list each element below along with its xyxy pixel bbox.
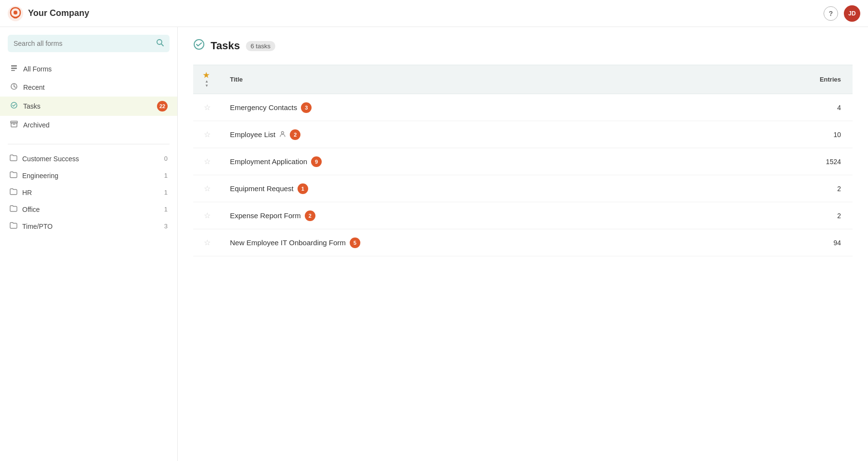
form-count-badge: 1 <box>298 183 308 194</box>
th-title-label: Title <box>230 76 243 83</box>
folder-label-customer-success: Customer Success <box>22 155 159 163</box>
th-entries-label: Entries <box>820 76 841 83</box>
star-button[interactable]: ☆ <box>203 102 212 113</box>
folder-label-time-pto: Time/PTO <box>22 223 159 230</box>
search-input[interactable] <box>14 40 152 47</box>
folder-count-office: 1 <box>164 206 168 213</box>
form-count-badge: 2 <box>305 210 315 221</box>
tasks-icon <box>10 101 18 111</box>
star-cell: ☆ <box>193 175 222 202</box>
star-sort-icon: ★ <box>203 71 209 79</box>
table-row: ☆Employment Application91524 <box>193 148 853 175</box>
star-button[interactable]: ☆ <box>203 183 212 194</box>
recent-icon <box>10 83 18 92</box>
sidebar-item-all-forms[interactable]: All Forms <box>0 60 177 78</box>
entries-cell: 94 <box>804 229 853 256</box>
svg-rect-5 <box>11 68 17 69</box>
folder-item-customer-success[interactable]: Customer Success 0 <box>0 150 177 167</box>
table-row: ☆Emergency Contacts34 <box>193 94 853 121</box>
form-title-wrapper: Equipment Request1 <box>230 183 797 194</box>
table-row: ☆Equipment Request12 <box>193 175 853 202</box>
header-left: Your Company <box>8 6 89 21</box>
main-content: Tasks 6 tasks ★ ▲▼ Title Entries <box>178 27 868 461</box>
form-name[interactable]: Employee List <box>230 130 275 139</box>
folder-icon-hr <box>10 188 17 196</box>
folder-item-time-pto[interactable]: Time/PTO 3 <box>0 218 177 235</box>
svg-line-3 <box>161 44 163 46</box>
form-count-badge: 9 <box>311 156 322 167</box>
svg-point-13 <box>282 132 284 134</box>
help-button[interactable]: ? <box>824 6 838 21</box>
folder-item-hr[interactable]: HR 1 <box>0 184 177 201</box>
table-row: ☆Expense Report Form22 <box>193 202 853 229</box>
form-name[interactable]: Emergency Contacts <box>230 103 297 112</box>
form-name[interactable]: Expense Report Form <box>230 211 301 220</box>
sidebar-item-tasks[interactable]: Tasks 22 <box>0 97 177 116</box>
task-count-badge: 6 tasks <box>246 41 275 51</box>
star-cell: ☆ <box>193 94 222 121</box>
folder-label-hr: HR <box>22 189 159 196</box>
th-title[interactable]: Title <box>222 65 804 94</box>
search-container <box>0 35 177 60</box>
main-layout: All Forms Recent Tasks 22 Archived <box>0 27 868 461</box>
folder-icon-time-pto <box>10 222 17 230</box>
form-count-badge: 3 <box>301 102 312 113</box>
svg-rect-4 <box>11 65 17 67</box>
sidebar-item-archived[interactable]: Archived <box>0 116 177 134</box>
search-box[interactable] <box>8 35 170 52</box>
form-title-wrapper: Employment Application9 <box>230 156 797 167</box>
search-icon <box>156 39 164 48</box>
form-title-wrapper: New Employee IT Onboarding Form5 <box>230 237 797 248</box>
title-cell: Equipment Request1 <box>222 175 804 202</box>
folder-icon-office <box>10 205 17 213</box>
form-title-wrapper: Expense Report Form2 <box>230 210 797 221</box>
folder-icon-engineering <box>10 171 17 180</box>
folder-count-time-pto: 3 <box>164 223 168 230</box>
form-title-wrapper: Emergency Contacts3 <box>230 102 797 113</box>
title-cell: Employee List2 <box>222 121 804 148</box>
folder-count-hr: 1 <box>164 189 168 196</box>
form-name[interactable]: Equipment Request <box>230 184 294 193</box>
folder-item-office[interactable]: Office 1 <box>0 201 177 218</box>
table-row: ☆New Employee IT Onboarding Form594 <box>193 229 853 256</box>
app-logo-icon <box>8 6 23 21</box>
folder-count-customer-success: 0 <box>164 155 168 162</box>
folder-icon-customer-success <box>10 154 17 163</box>
main-nav: All Forms Recent Tasks 22 Archived <box>0 60 177 140</box>
star-button[interactable]: ☆ <box>203 156 212 167</box>
th-star[interactable]: ★ ▲▼ <box>193 65 222 94</box>
shared-icon <box>279 130 286 139</box>
star-button[interactable]: ☆ <box>203 129 212 140</box>
form-name[interactable]: New Employee IT Onboarding Form <box>230 238 346 247</box>
star-cell: ☆ <box>193 121 222 148</box>
title-cell: Expense Report Form2 <box>222 202 804 229</box>
form-title-wrapper: Employee List2 <box>230 129 797 140</box>
star-button[interactable]: ☆ <box>203 237 212 248</box>
entries-cell: 1524 <box>804 148 853 175</box>
app-header: Your Company ? JD <box>0 0 868 27</box>
star-cell: ☆ <box>193 229 222 256</box>
table-header: ★ ▲▼ Title Entries <box>193 65 853 94</box>
star-cell: ☆ <box>193 148 222 175</box>
sidebar-item-recent[interactable]: Recent <box>0 78 177 97</box>
form-name[interactable]: Employment Application <box>230 157 307 166</box>
form-count-badge: 5 <box>350 237 360 248</box>
page-header: Tasks 6 tasks <box>193 39 853 53</box>
title-cell: Emergency Contacts3 <box>222 94 804 121</box>
folder-label-engineering: Engineering <box>22 172 159 180</box>
tasks-label: Tasks <box>23 102 152 110</box>
forms-table: ★ ▲▼ Title Entries ☆Emergency Contacts34… <box>193 65 853 256</box>
form-count-badge: 2 <box>290 129 300 140</box>
entries-cell: 2 <box>804 175 853 202</box>
svg-rect-10 <box>11 121 17 123</box>
user-avatar-button[interactable]: JD <box>844 5 860 22</box>
svg-rect-6 <box>11 70 15 71</box>
entries-cell: 4 <box>804 94 853 121</box>
star-sort-arrows: ▲▼ <box>205 80 209 88</box>
entries-cell: 10 <box>804 121 853 148</box>
svg-point-1 <box>14 11 17 14</box>
folder-item-engineering[interactable]: Engineering 1 <box>0 167 177 184</box>
entries-cell: 2 <box>804 202 853 229</box>
folder-label-office: Office <box>22 206 159 213</box>
star-button[interactable]: ☆ <box>203 210 212 221</box>
